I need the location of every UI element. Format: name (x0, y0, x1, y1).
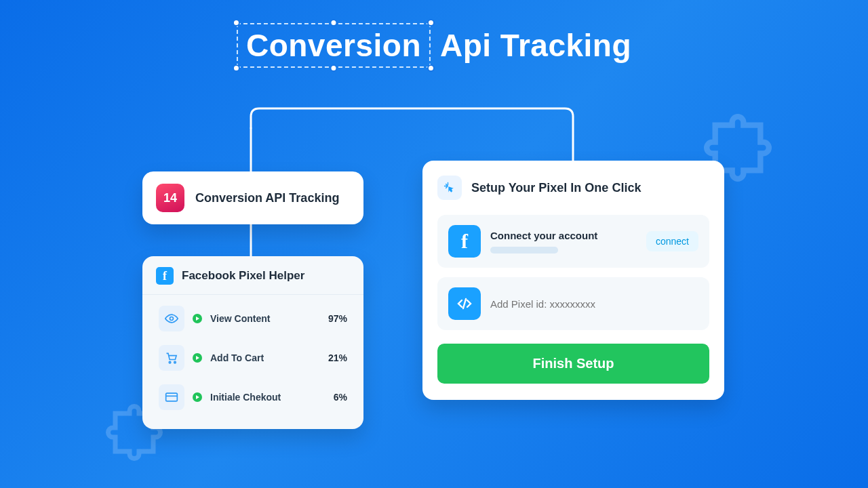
event-percent: 97% (328, 313, 347, 324)
svg-rect-5 (166, 393, 178, 401)
credit-card-icon (159, 384, 184, 410)
pixel-helper-title: Facebook Pixel Helper (182, 269, 304, 283)
pixel-id-panel (437, 277, 709, 330)
placeholder-bar (490, 247, 558, 253)
cart-icon (159, 345, 184, 371)
facebook-icon: f (156, 267, 174, 285)
conversion-tracking-card: 14 Conversion API Tracking (142, 171, 363, 224)
page-title: Conversion Api Tracking (237, 23, 631, 68)
event-name: View Content (210, 313, 320, 324)
event-percent: 6% (334, 392, 347, 403)
svg-point-4 (174, 361, 176, 363)
setup-card: Setup Your Pixel In One Click f Connect … (422, 161, 724, 400)
event-name: Initiale Chekout (210, 392, 326, 403)
svg-point-2 (170, 317, 174, 321)
ios14-badge: 14 (156, 184, 184, 212)
finish-setup-button[interactable]: Finish Setup (437, 344, 709, 384)
connect-account-label: Connect your account (490, 230, 637, 241)
setup-title: Setup Your Pixel In One Click (471, 181, 641, 195)
pixel-helper-card: f Facebook Pixel Helper View Content 97%… (142, 256, 363, 429)
status-dot-icon (193, 392, 202, 402)
svg-point-3 (169, 361, 171, 363)
code-icon (448, 287, 481, 320)
title-selection-box: Conversion (237, 23, 431, 68)
facebook-icon: f (448, 225, 481, 258)
title-rest-text: Api Tracking (440, 27, 631, 64)
event-percent: 21% (328, 352, 347, 363)
connect-account-panel: f Connect your account connect (437, 215, 709, 268)
connect-button[interactable]: connect (646, 231, 698, 251)
status-dot-icon (193, 353, 202, 363)
title-highlight-text: Conversion (246, 28, 421, 63)
pixel-id-input[interactable] (490, 298, 698, 310)
event-row: Add To Cart 21% (155, 341, 351, 375)
event-row: Initiale Chekout 6% (155, 380, 351, 414)
eye-icon (159, 306, 184, 331)
conversion-tracking-label: Conversion API Tracking (195, 191, 339, 205)
status-dot-icon (193, 314, 202, 323)
event-name: Add To Cart (210, 352, 320, 363)
click-icon (437, 176, 462, 200)
event-row: View Content 97% (155, 302, 351, 336)
